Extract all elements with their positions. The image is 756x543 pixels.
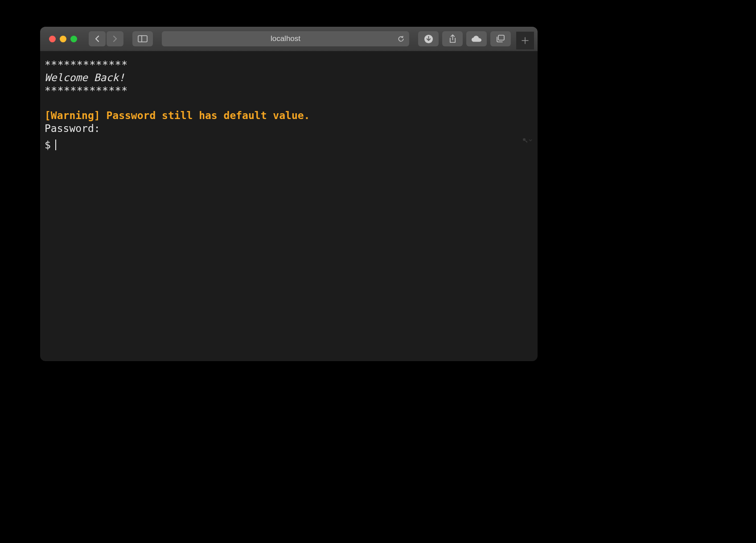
password-prompt-label: Password: xyxy=(45,122,533,135)
address-text: localhost xyxy=(271,34,300,43)
back-button[interactable] xyxy=(89,31,106,46)
address-bar[interactable]: localhost xyxy=(162,31,409,46)
shell-prompt[interactable]: $ xyxy=(45,139,533,152)
share-icon xyxy=(449,34,456,44)
warning-message: [Warning] Password still has default val… xyxy=(45,109,533,122)
prompt-symbol: $ xyxy=(45,139,51,152)
cloud-button[interactable] xyxy=(466,31,487,46)
terminal-content[interactable]: ************* Welcome Back! ************… xyxy=(40,51,538,361)
downloads-button[interactable] xyxy=(418,31,439,46)
navigation-buttons xyxy=(89,31,123,46)
welcome-message: Welcome Back! xyxy=(45,71,533,84)
chevron-down-icon xyxy=(529,139,532,142)
tabs-button[interactable] xyxy=(490,31,511,46)
svg-rect-3 xyxy=(498,35,504,40)
close-window-button[interactable] xyxy=(49,36,56,42)
plus-icon xyxy=(522,37,529,44)
svg-rect-0 xyxy=(138,36,147,42)
key-icon xyxy=(522,138,528,143)
banner-stars-top: ************* xyxy=(45,58,533,71)
cloud-icon xyxy=(471,35,482,43)
password-autofill-hint[interactable] xyxy=(522,138,532,143)
forward-button[interactable] xyxy=(107,31,123,46)
chevron-right-icon xyxy=(112,35,118,42)
browser-toolbar: localhost xyxy=(40,27,538,51)
banner-stars-bottom: ************* xyxy=(45,84,533,97)
browser-window: localhost ************* xyxy=(40,27,538,361)
new-tab-button[interactable] xyxy=(516,32,534,49)
chevron-left-icon xyxy=(94,35,100,42)
download-icon xyxy=(424,34,433,44)
sidebar-toggle-button[interactable] xyxy=(132,31,153,46)
window-controls xyxy=(44,36,82,42)
refresh-button[interactable] xyxy=(397,35,405,43)
minimize-window-button[interactable] xyxy=(60,36,66,42)
share-button[interactable] xyxy=(442,31,463,46)
refresh-icon xyxy=(397,35,405,43)
text-cursor xyxy=(55,140,56,150)
maximize-window-button[interactable] xyxy=(70,36,77,42)
sidebar-icon xyxy=(138,35,148,42)
tabs-icon xyxy=(496,35,505,43)
toolbar-right-buttons xyxy=(418,31,511,46)
